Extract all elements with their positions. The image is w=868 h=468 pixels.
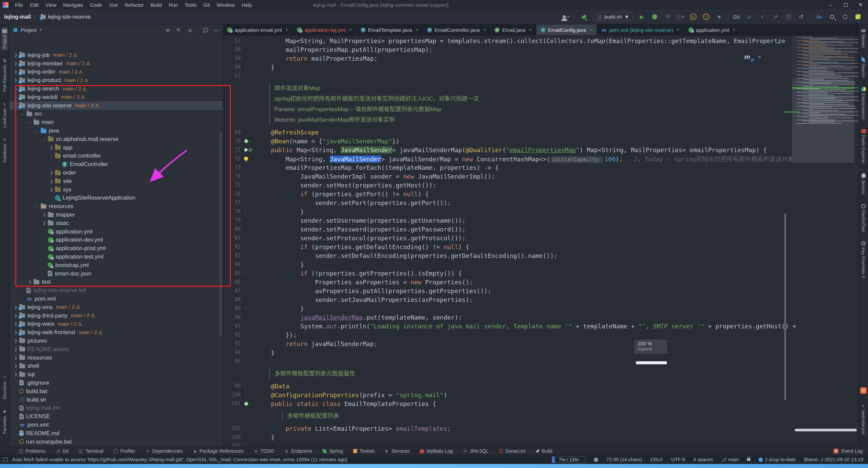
tree-row[interactable]: .gitignore [9, 379, 223, 387]
stripe-item-favorites[interactable]: ★Favorites [2, 409, 7, 434]
fold-marker-icon[interactable]: ⌄ [254, 148, 256, 152]
tree-row[interactable]: ❯sys [9, 185, 223, 194]
chevron-collapsed-icon[interactable]: ❯ [48, 187, 54, 192]
caret-position[interactable]: 72:35 (14 chars) [606, 457, 642, 462]
chevron-collapsed-icon[interactable]: ❯ [13, 364, 19, 368]
tree-row[interactable]: CEmailController [9, 160, 223, 168]
menu-edit[interactable]: Edit [26, 1, 42, 9]
fold-marker-icon[interactable]: ⌄ [244, 271, 247, 275]
toolwindow-button-toolset[interactable]: Toolset [353, 448, 375, 454]
tree-scrollbar[interactable] [219, 131, 222, 335]
code-line[interactable]: 92⌃}); [223, 330, 859, 339]
tree-row[interactable]: ⌄src [9, 110, 223, 118]
chevron-collapsed-icon[interactable]: ❯ [13, 305, 19, 309]
breadcrumb-project[interactable]: lejing-mall [4, 14, 31, 20]
toolwindow-button-pkg[interactable]: Package References [193, 448, 244, 454]
chevron-expanded-icon[interactable]: ⌄ [41, 137, 47, 141]
git-sync-status[interactable]: 2 Δ/up-to-date [759, 457, 796, 462]
toolwindow-button-build[interactable]: Build [536, 448, 552, 454]
tab-pom.xml[interactable]: mpom.xml (lejing-site-reserve)✕ [597, 24, 684, 35]
intention-bulb-icon[interactable] [244, 157, 248, 161]
fold-marker-icon[interactable]: ⌄ [249, 402, 252, 406]
tree-row[interactable]: README.md [9, 429, 223, 438]
run-with-profiler-icon[interactable]: ▶ [689, 13, 698, 21]
maximize-button[interactable] [838, 0, 853, 9]
chevron-expanded-icon[interactable]: ⌄ [13, 103, 19, 108]
fold-marker-icon[interactable]: ⌄ [244, 384, 247, 388]
code-line[interactable]: 100⌄@ConfigurationProperties(prefix = "s… [223, 390, 859, 399]
tree-row[interactable]: ❯lejing-third-partymain / 2 Δ [9, 311, 223, 320]
menu-navigate[interactable]: Navigate [60, 1, 86, 9]
tree-row[interactable]: ❯lejing-ordermain / 2 Δ [9, 68, 223, 76]
chevron-collapsed-icon[interactable]: ❯ [13, 53, 19, 57]
stripe-item-leetcode[interactable]: LLeetCode [2, 102, 7, 127]
menu-help[interactable]: Help [238, 1, 256, 9]
user-profile-icon[interactable]: ▼ [562, 13, 570, 21]
tree-row[interactable]: run-sonarqube.bat [9, 438, 223, 446]
close-button[interactable]: ✕ [853, 0, 868, 9]
code-line[interactable]: 93return javaMailSenderMap; [223, 339, 859, 348]
code-line[interactable]: 81sender.setProtocol(properties.getProto… [223, 233, 859, 242]
profiler-icon[interactable]: ▼ [677, 13, 685, 21]
chevron-expanded-icon[interactable]: ⌄ [34, 128, 40, 133]
tree-row[interactable]: bootstrap.yml [9, 261, 223, 269]
tree-row[interactable]: build.bat [9, 387, 223, 395]
git-push-icon[interactable]: ↗ [771, 13, 780, 21]
menu-build[interactable]: Build [147, 1, 165, 9]
tree-row[interactable]: ❯lejing-jobmain / 2 Δ [9, 51, 223, 59]
code-line[interactable]: 75sender.setHost(properties.getHost()); [223, 181, 859, 189]
code-line[interactable]: 106} [223, 433, 859, 442]
tree-row[interactable]: ❯static [9, 219, 223, 227]
chevron-collapsed-icon[interactable]: ❯ [13, 69, 19, 74]
fold-marker-icon[interactable]: ⌄ [244, 245, 247, 249]
chevron-collapsed-icon[interactable]: ❯ [13, 330, 19, 334]
tab-application.yml[interactable]: application.yml✕ [684, 24, 740, 35]
tree-row[interactable]: ❯resources [9, 353, 223, 362]
tab-close-icon[interactable]: ✕ [349, 27, 352, 32]
translate-icon[interactable]: Aa [815, 13, 823, 21]
tree-row[interactable]: lejing-mall.iml [9, 404, 223, 412]
chevron-collapsed-icon[interactable]: ❯ [13, 339, 19, 343]
editor-vertical-scrollbar[interactable] [784, 213, 786, 400]
toolwindow-button-services[interactable]: Services [385, 448, 410, 454]
toolwindow-button-sonar[interactable]: SonarLint [499, 448, 526, 454]
tree-row[interactable]: ❯lejing-web-frontendmain / 2 Δ [9, 328, 223, 337]
fold-marker-icon[interactable]: ⌃ [244, 351, 247, 354]
stripe-item-notification[interactable]: G [860, 387, 867, 394]
tree-row[interactable]: ⌄main [9, 118, 223, 126]
indent-style[interactable]: 4 spaces [693, 457, 713, 462]
fold-marker-icon[interactable]: ⌄ [244, 393, 247, 397]
spring-bean-icon[interactable] [244, 139, 248, 143]
chevron-collapsed-icon[interactable]: ❯ [41, 212, 47, 217]
chevron-collapsed-icon[interactable]: ❯ [13, 78, 19, 82]
menu-run[interactable]: Run [165, 1, 182, 9]
tab-close-icon[interactable]: ✕ [589, 27, 592, 32]
toolbox-icon[interactable] [854, 13, 862, 21]
code-line[interactable]: 70⌄@Bean(name = {"javaMailSenderMap"}) [223, 137, 859, 145]
chevron-collapsed-icon[interactable]: ❯ [27, 280, 33, 284]
tree-row[interactable]: application-test.yml [9, 252, 223, 261]
chevron-collapsed-icon[interactable]: ❯ [13, 355, 19, 360]
chevron-collapsed-icon[interactable]: ❯ [13, 322, 19, 326]
chevron-expanded-icon[interactable]: ⌄ [27, 120, 33, 124]
code-editor[interactable]: 57Map<String, MailProperties> properties… [223, 36, 859, 447]
code-line[interactable]: 90javaMailSenderMap.put(templateName, se… [223, 313, 859, 322]
code-line[interactable]: 58mailPropertiesMap.putAll(propertiesMap… [223, 45, 859, 54]
code-line[interactable]: 89⌃} [223, 304, 859, 313]
code-line[interactable]: 69@RefreshScope [223, 128, 859, 137]
rollback-icon[interactable]: ↺ [797, 13, 805, 21]
code-line[interactable]: 82⌄if (properties.getDefaultEncoding() !… [223, 242, 859, 251]
tree-row[interactable]: ❯lejing-productmain / 2 Δ [9, 76, 223, 84]
code-line[interactable]: 73⌄emailPropertiesMap.forEach((templateN… [223, 163, 859, 172]
collapse-all-button[interactable]: ⇲ [186, 27, 193, 33]
chevron-collapsed-icon[interactable]: ❯ [48, 170, 54, 175]
line-separator[interactable]: CRLF [650, 457, 663, 462]
toolwindow-button-deps[interactable]: Dependencies [145, 448, 183, 454]
git-update-icon[interactable]: ↙ [746, 13, 754, 21]
stripe-item-maven[interactable]: mMaven [861, 28, 866, 48]
git-commit-icon[interactable]: ✓ [759, 13, 767, 21]
tree-row[interactable]: ❯lejing-seckillmain / 2 Δ [9, 93, 223, 101]
tab-close-icon[interactable]: ✕ [732, 27, 736, 32]
menu-tools[interactable]: Tools [181, 1, 200, 9]
menu-vue[interactable]: Vue [105, 1, 121, 9]
